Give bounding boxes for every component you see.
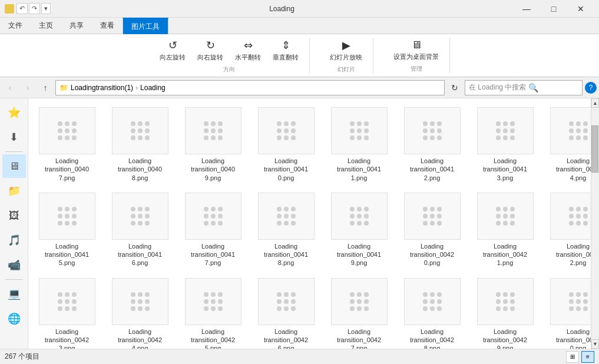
maximize-button[interactable]: □ xyxy=(540,0,567,18)
breadcrumb-current[interactable]: Loading xyxy=(140,84,166,92)
file-item[interactable]: Loading transition_0042 1.png xyxy=(471,188,539,272)
file-item[interactable]: Loading transition_0042 8.png xyxy=(398,274,466,349)
file-item[interactable]: Loading transition_0042 5.png xyxy=(179,274,247,349)
file-item[interactable]: Loading transition_0041 9.png xyxy=(325,188,393,272)
file-item[interactable]: Loading transition_0040 7.png xyxy=(33,103,101,186)
file-name: Loading transition_0041 1.png xyxy=(328,157,390,182)
svg-point-208 xyxy=(576,292,581,297)
file-thumbnail xyxy=(112,107,168,154)
scroll-up-arrow[interactable]: ▲ xyxy=(591,98,599,108)
file-thumbnail xyxy=(477,278,534,325)
file-name: Loading transition_0042 0.png xyxy=(401,242,463,267)
svg-point-118 xyxy=(430,207,435,211)
sidebar-item-network[interactable]: 🌐 xyxy=(2,307,26,330)
svg-point-177 xyxy=(277,306,282,311)
file-item[interactable]: Loading transition_0042 6.png xyxy=(252,274,320,349)
tab-file[interactable]: 文件 xyxy=(0,18,31,34)
file-item[interactable]: Loading transition_0041 7.png xyxy=(179,188,247,272)
file-item[interactable]: Loading transition_0041 0.png xyxy=(252,103,320,186)
svg-point-120 xyxy=(423,214,428,219)
rotate-right-button[interactable]: ↻向右旋转 xyxy=(194,38,227,63)
svg-point-202 xyxy=(503,299,508,304)
refresh-button[interactable]: ↻ xyxy=(447,80,462,95)
flip-h-button[interactable]: ⇔水平翻转 xyxy=(231,38,264,63)
file-item[interactable]: Loading transition_0041 6.png xyxy=(106,188,174,272)
file-item[interactable]: Loading transition_0041 2.png xyxy=(398,103,466,186)
file-item[interactable]: Loading transition_0043 0.png xyxy=(544,274,591,349)
ribbon-content: ↺向左旋转 ↻向右旋转 ⇔水平翻转 ⇕垂直翻转 方向 ▶幻灯片放映 幻灯片 🖥设… xyxy=(0,34,599,77)
sidebar-item-documents[interactable]: 📁 xyxy=(2,179,26,203)
scroll-down-arrow[interactable]: ▼ xyxy=(591,339,599,349)
file-item[interactable]: Loading transition_0040 8.png xyxy=(106,103,174,186)
dropdown-button[interactable]: ▾ xyxy=(41,3,51,14)
tab-view[interactable]: 查看 xyxy=(92,18,123,34)
list-view-button[interactable]: ≡ xyxy=(581,351,594,363)
svg-point-59 xyxy=(510,128,515,133)
sidebar-item-downloads[interactable]: ⬇ xyxy=(2,125,26,149)
breadcrumb[interactable]: 📁 Loadingtransition(1) › Loading xyxy=(55,80,445,95)
file-item[interactable]: Loading transition_0042 2.png xyxy=(544,188,591,272)
file-name: Loading transition_0042 6.png xyxy=(255,327,317,349)
tab-share[interactable]: 共享 xyxy=(61,18,92,34)
sidebar-item-videos[interactable]: 📹 xyxy=(2,253,26,277)
svg-point-163 xyxy=(211,292,216,297)
svg-point-72 xyxy=(58,207,62,211)
file-item[interactable]: Loading transition_0040 9.png xyxy=(179,103,247,186)
file-name: Loading transition_0042 7.png xyxy=(328,327,390,349)
file-item[interactable]: Loading transition_0042 7.png xyxy=(325,274,393,349)
file-item[interactable]: Loading transition_0041 1.png xyxy=(325,103,393,186)
setbg-button[interactable]: 🖥设置为桌面背景 xyxy=(390,38,442,62)
svg-point-97 xyxy=(211,221,216,226)
flip-v-button[interactable]: ⇕垂直翻转 xyxy=(269,38,302,63)
sidebar-item-desktop[interactable]: 🖥 xyxy=(2,154,26,178)
tab-home[interactable]: 主页 xyxy=(31,18,61,34)
search-box[interactable]: 在 Loading 中搜索 🔍 xyxy=(465,80,583,95)
svg-point-19 xyxy=(211,121,216,126)
sidebar-item-quickaccess[interactable]: ⭐ xyxy=(2,101,26,124)
file-item[interactable]: Loading transition_0041 5.png xyxy=(33,188,101,272)
svg-point-25 xyxy=(211,135,216,140)
svg-point-60 xyxy=(496,135,501,140)
file-grid-container[interactable]: Loading transition_0040 7.png Loading tr… xyxy=(28,98,591,349)
redo-button[interactable]: ↷ xyxy=(29,3,40,14)
file-name: Loading transition_0042 4.png xyxy=(109,327,171,349)
file-item[interactable]: Loading transition_0041 8.png xyxy=(252,188,320,272)
svg-point-32 xyxy=(291,128,296,133)
svg-point-56 xyxy=(510,121,515,126)
breadcrumb-parent[interactable]: Loadingtransition(1) xyxy=(71,84,133,92)
file-item[interactable]: Loading transition_0042 4.png xyxy=(106,274,174,349)
svg-point-77 xyxy=(72,214,77,219)
minimize-button[interactable]: — xyxy=(513,0,540,18)
sidebar-item-pictures[interactable]: 🖼 xyxy=(2,204,26,227)
help-button[interactable]: ? xyxy=(585,82,597,94)
sidebar-item-music[interactable]: 🎵 xyxy=(2,229,26,252)
svg-point-160 xyxy=(138,306,143,311)
file-name: Loading transition_0040 7.png xyxy=(36,157,98,182)
file-item[interactable]: Loading transition_0041 3.png xyxy=(471,103,539,186)
undo-button[interactable]: ↶ xyxy=(16,3,28,14)
grid-view-button[interactable]: ⊞ xyxy=(566,351,579,363)
tab-picture-tools[interactable]: 图片工具 xyxy=(123,18,168,34)
close-button[interactable]: ✕ xyxy=(567,0,594,18)
svg-point-80 xyxy=(72,221,77,226)
file-item[interactable]: Loading transition_0041 4.png xyxy=(544,103,591,186)
file-thumbnail xyxy=(550,193,591,240)
file-item[interactable]: Loading transition_0042 9.png xyxy=(471,274,539,349)
slideshow-button[interactable]: ▶幻灯片放映 xyxy=(326,38,366,63)
rotate-left-button[interactable]: ↺向左旋转 xyxy=(156,38,189,63)
up-button[interactable]: ↑ xyxy=(38,80,53,95)
file-name: Loading transition_0040 8.png xyxy=(109,157,171,182)
svg-point-141 xyxy=(569,221,574,226)
svg-point-203 xyxy=(510,299,515,304)
scroll-track[interactable] xyxy=(591,108,599,339)
file-thumbnail xyxy=(404,193,461,240)
file-name: Loading transition_0042 3.png xyxy=(36,327,98,349)
sidebar-item-thispc[interactable]: 💻 xyxy=(2,282,26,306)
forward-button[interactable]: › xyxy=(20,80,35,95)
scroll-thumb[interactable] xyxy=(591,125,598,173)
svg-point-150 xyxy=(58,306,62,311)
file-item[interactable]: Loading transition_0042 3.png xyxy=(33,274,101,349)
svg-point-174 xyxy=(277,299,282,304)
file-item[interactable]: Loading transition_0042 0.png xyxy=(398,188,466,272)
back-button[interactable]: ‹ xyxy=(2,80,18,95)
